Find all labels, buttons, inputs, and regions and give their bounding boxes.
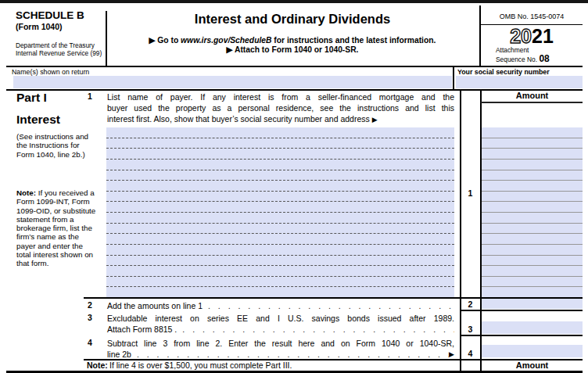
line1-text-row3: interest first. Also, show that buyer’s …: [107, 113, 454, 125]
header-bottom-rule: [6, 66, 583, 67]
line2-amount-field[interactable]: [482, 299, 583, 309]
interest-amount-row[interactable]: [482, 170, 583, 181]
interest-amount-row[interactable]: [482, 277, 583, 288]
tax-year-solid: 21: [532, 25, 554, 47]
irs-label: Internal Revenue Service (99): [16, 49, 102, 57]
interest-amount-row[interactable]: [482, 138, 583, 149]
line1-arrow-icon: ▶: [372, 116, 378, 124]
interest-amount-row[interactable]: [482, 181, 583, 192]
sidebar-note-bold: Note:: [16, 188, 36, 197]
interest-amount-row[interactable]: [482, 160, 583, 170]
tax-year: 2021: [481, 25, 583, 48]
line4-amount-field[interactable]: [482, 345, 583, 357]
payer-name-row[interactable]: [106, 170, 454, 181]
name-input[interactable]: [13, 76, 452, 88]
line3-number: 3: [83, 313, 97, 322]
line1-text-row3-body: interest first. Also, show that buyer’s …: [107, 114, 372, 124]
ssn-column-divider: [453, 66, 454, 89]
line3-text-row1: Excludable interest on series EE and I U…: [107, 313, 454, 324]
ssn-label: Your social security number: [457, 68, 550, 76]
form-title: Interest and Ordinary Dividends: [107, 12, 478, 27]
line4-text-row2: line 2b: [107, 349, 131, 360]
line4-box-number: 4: [460, 343, 481, 358]
line2-bottom-rule: [460, 310, 583, 311]
amount-column-header: Amount: [482, 91, 583, 100]
tax-year-outline: 20: [510, 25, 532, 47]
schedule-label: SCHEDULE B: [16, 9, 84, 21]
line2-box-number: 2: [460, 298, 481, 310]
interest-amount-row[interactable]: [482, 224, 583, 235]
payer-name-row[interactable]: [106, 234, 454, 245]
sequence-number: 08: [539, 53, 549, 64]
sequence-line: Sequence No. 08: [496, 53, 550, 64]
schedule-b-form-page: SCHEDULE B (Form 1040) Department of the…: [0, 0, 588, 373]
interest-amount-row[interactable]: [482, 127, 583, 138]
payer-name-row[interactable]: [106, 277, 454, 288]
form-number-label: (Form 1040): [16, 22, 63, 31]
screenshot-top-edge: [0, 0, 588, 3]
part1-label: Part I: [16, 91, 47, 105]
interest-amount-block: [482, 127, 583, 297]
payer-name-row[interactable]: [106, 256, 454, 267]
line4-dot-leader: . . . . . . . . . . . . . . . . . . . . …: [131, 349, 449, 360]
payer-entry-block: [106, 127, 454, 297]
interest-amount-row[interactable]: [482, 213, 583, 224]
line1-number: 1: [83, 91, 97, 101]
line4-arrow-icon: ▶: [449, 349, 454, 360]
interest-amount-row[interactable]: [482, 256, 583, 267]
payer-name-row[interactable]: [106, 149, 454, 160]
line4-text-row1: Subtract line 3 from line 2. Enter the r…: [107, 338, 454, 349]
omb-number: OMB No. 1545-0074: [481, 13, 583, 20]
payer-name-row[interactable]: [106, 181, 454, 192]
payer-name-row[interactable]: [106, 160, 454, 170]
line4-number: 4: [83, 338, 97, 347]
ssn-input[interactable]: [456, 76, 583, 88]
line1-text-row2: buyer used the property as a personal re…: [107, 102, 454, 113]
interest-amount-row[interactable]: [482, 245, 583, 256]
payer-name-row[interactable]: [106, 245, 454, 256]
sidebar-note: Note: If you received a Form 1099-INT, F…: [16, 188, 97, 268]
line2-number: 2: [83, 300, 97, 310]
interest-amount-row[interactable]: [482, 202, 583, 213]
payer-name-row[interactable]: [106, 127, 454, 138]
interest-amount-row[interactable]: [482, 234, 583, 245]
line1-text-row1: List name of payer. If any interest is f…: [107, 91, 454, 102]
payer-name-row[interactable]: [106, 213, 454, 224]
interest-amount-row[interactable]: [482, 149, 583, 160]
name-label: Name(s) shown on return: [12, 68, 89, 76]
bottom-note-text: If line 4 is over $1,500, you must compl…: [109, 360, 292, 370]
payer-name-row[interactable]: [106, 202, 454, 213]
interest-amount-row[interactable]: [482, 287, 583, 297]
payer-name-row[interactable]: [106, 224, 454, 235]
part1-title: Interest: [16, 113, 60, 127]
line3-amount-field[interactable]: [482, 321, 583, 334]
treasury-label: Department of the Treasury: [16, 41, 95, 49]
part1-bottom-rule: [6, 371, 583, 373]
payer-name-row[interactable]: [106, 287, 454, 297]
interest-amount-row[interactable]: [482, 192, 583, 203]
arrow-icon: ▶ Go to: [149, 36, 181, 45]
payer-name-row[interactable]: [106, 192, 454, 203]
part2-amount-column-header: Amount: [482, 360, 583, 370]
line3-text-row2: Attach Form 8815 .: [107, 324, 177, 335]
payer-name-row[interactable]: [106, 138, 454, 149]
sequence-label: Sequence No.: [496, 56, 539, 63]
line3-box-number: 3: [460, 319, 481, 334]
line3-bottom-rule: [460, 335, 583, 336]
line4-row2: line 2b . . . . . . . . . . . . . . . . …: [107, 349, 454, 360]
bottom-note-label: Note:: [87, 360, 108, 370]
interest-amount-row[interactable]: [482, 266, 583, 277]
payer-name-row[interactable]: [106, 266, 454, 277]
line3-dot-leader: . . . . . . . . . . . . . . . . . . . . …: [177, 324, 454, 335]
attach-instruction: ▶ Attach to Form 1040 or 1040-SR.: [107, 45, 478, 54]
goto-instruction-suffix: for instructions and the latest informat…: [271, 36, 436, 45]
goto-instruction: ▶ Go to www.irs.gov/ScheduleB for instru…: [107, 35, 478, 45]
sidebar-note-text: If you received a Form 1099-INT, Form 10…: [16, 188, 95, 267]
amount-header-underline: [481, 102, 583, 103]
line1-box-number: 1: [460, 89, 481, 297]
line2-text: Add the amounts on line 1: [107, 300, 203, 311]
line3-row2: Attach Form 8815 . . . . . . . . . . . .…: [107, 324, 454, 335]
schedule-b-url: www.irs.gov/ScheduleB: [181, 36, 271, 45]
line2-dot-leader: . . . . . . . . . . . . . . . . . . . . …: [203, 300, 454, 311]
see-instructions-note: (See instructions and the Instructions f…: [16, 132, 95, 159]
